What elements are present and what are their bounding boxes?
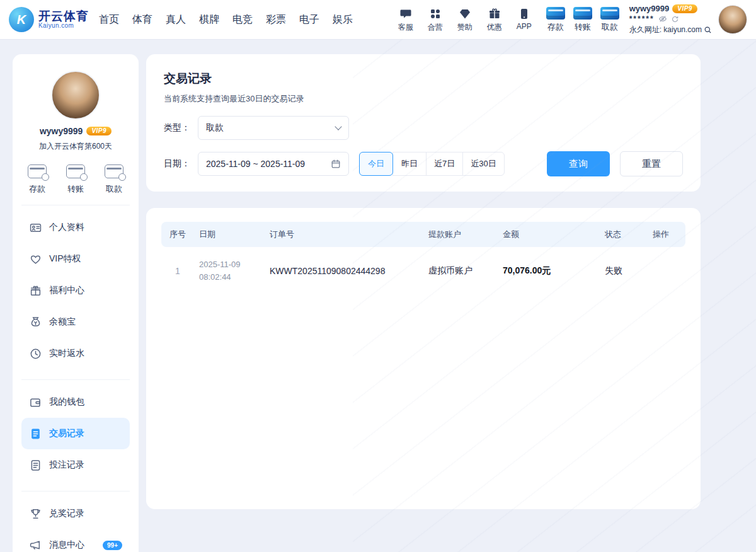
trophy-icon <box>29 507 42 520</box>
date-range-input[interactable]: 2025-11-09 ~ 2025-11-09 <box>198 152 349 176</box>
quick-withdraw-label: 取款 <box>106 183 122 195</box>
table-header-row: 序号 日期 订单号 提款账户 金额 状态 操作 <box>161 222 685 247</box>
main-nav: 首页 体育 真人 棋牌 电竞 彩票 电子 娱乐 <box>99 13 353 26</box>
money-bag-icon <box>29 316 42 328</box>
sidebar-item-label: 个人资料 <box>49 222 84 233</box>
nav-board-games[interactable]: 棋牌 <box>199 13 219 26</box>
unread-count-badge: 99+ <box>103 541 122 550</box>
deposit-card-icon <box>546 7 565 20</box>
megaphone-icon <box>29 539 42 551</box>
header-deposit-label: 存款 <box>547 21 564 33</box>
header-sponsor-label: 赞助 <box>457 22 472 33</box>
top-navbar: K 开云体育 Kaiyun.com 首页 体育 真人 棋牌 电竞 彩票 电子 娱… <box>0 0 756 39</box>
logo-icon: K <box>9 7 34 32</box>
phone-icon <box>517 7 531 21</box>
sidebar-item-label: 实时返水 <box>49 348 84 359</box>
cell-index: 1 <box>161 266 194 276</box>
joined-days: 加入开云体育第600天 <box>21 141 130 152</box>
type-select[interactable]: 取款 <box>198 116 349 140</box>
bet-records-icon <box>29 459 42 471</box>
header-wallet-group: 存款 转账 取款 <box>546 7 619 33</box>
sidebar-item-label: 消息中心 <box>49 539 84 551</box>
cell-account: 虚拟币账户 <box>423 265 498 277</box>
header-transfer-label: 转账 <box>575 21 591 33</box>
sidebar-item-wallet[interactable]: 我的钱包 <box>21 386 130 418</box>
sidebar-item-vip[interactable]: VIP特权 <box>21 243 130 275</box>
sidebar-item-label: 我的钱包 <box>49 396 84 408</box>
header-partner-label: 合营 <box>428 22 443 33</box>
eye-off-icon[interactable] <box>658 14 667 23</box>
header-app[interactable]: APP <box>513 7 535 33</box>
withdraw-outline-icon <box>105 164 123 178</box>
sidebar-item-bets[interactable]: 投注记录 <box>21 449 130 481</box>
sidebar-username: wywy9999 <box>40 126 83 136</box>
vip-badge: VIP9 <box>672 4 697 13</box>
cell-status: 失败 <box>600 265 648 277</box>
transactions-table-card: 序号 日期 订单号 提款账户 金额 状态 操作 1 2025-11-09 08:… <box>146 208 701 509</box>
header-promo[interactable]: 优惠 <box>484 7 505 33</box>
user-block: wywy9999 VIP9 ****** 永久网址: kaiyun.com <box>629 4 747 35</box>
nav-sports[interactable]: 体育 <box>132 13 152 26</box>
sidebar-item-prizes[interactable]: 兑奖记录 <box>21 498 130 529</box>
nav-home[interactable]: 首页 <box>99 13 119 26</box>
header-sponsor[interactable]: 赞助 <box>454 7 476 33</box>
nav-slots[interactable]: 电子 <box>299 13 319 26</box>
type-select-value: 取款 <box>206 122 224 134</box>
header-deposit[interactable]: 存款 <box>546 7 565 33</box>
chevron-down-icon <box>335 123 341 130</box>
header-partner[interactable]: 合营 <box>425 7 446 33</box>
sidebar-item-yuebao[interactable]: 余额宝 <box>21 306 130 338</box>
date-quick-ranges: 今日 昨日 近7日 近30日 <box>359 152 505 176</box>
reset-button[interactable]: 重置 <box>620 151 683 176</box>
sidebar-avatar[interactable] <box>51 71 100 120</box>
quick-withdraw[interactable]: 取款 <box>105 164 123 195</box>
type-label: 类型： <box>164 122 198 134</box>
divider <box>21 205 130 205</box>
table-row: 1 2025-11-09 08:02:44 KWWT20251109080244… <box>161 247 685 292</box>
heart-icon <box>29 253 42 265</box>
masked-balance: ****** <box>629 14 655 23</box>
sidebar-item-transactions[interactable]: 交易记录 <box>21 418 130 449</box>
nav-live-casino[interactable]: 真人 <box>166 13 186 26</box>
range-7days[interactable]: 近7日 <box>426 152 463 176</box>
header-icon-group: 客服 合营 赞助 优惠 APP <box>395 7 535 33</box>
header-promo-label: 优惠 <box>487 22 502 33</box>
range-today[interactable]: 今日 <box>359 152 393 176</box>
header-app-label: APP <box>517 22 532 31</box>
divider <box>21 491 130 492</box>
sidebar-vip-badge: VIP9 <box>86 127 112 135</box>
page-subtitle: 当前系统支持查询最近30日的交易记录 <box>164 93 683 105</box>
quick-deposit-label: 存款 <box>29 183 45 195</box>
sidebar-item-welfare[interactable]: 福利中心 <box>21 275 130 306</box>
wallet-icon <box>29 396 42 408</box>
logo[interactable]: K 开云体育 Kaiyun.com <box>9 7 89 32</box>
th-withdraw-account: 提款账户 <box>423 229 498 240</box>
divider <box>21 379 130 380</box>
search-button[interactable]: 查询 <box>547 151 610 176</box>
quick-transfer-label: 转账 <box>67 183 84 195</box>
cell-time: 08:02:44 <box>199 272 231 282</box>
nav-entertainment[interactable]: 娱乐 <box>333 13 353 26</box>
sidebar-item-label: 兑奖记录 <box>49 508 84 519</box>
partner-icon <box>428 7 442 21</box>
filter-card: 交易记录 当前系统支持查询最近30日的交易记录 类型： 取款 日期： 2025-… <box>146 54 701 192</box>
range-30days[interactable]: 近30日 <box>462 152 504 176</box>
sidebar-item-messages[interactable]: 消息中心 99+ <box>21 529 130 552</box>
brand-domain: Kaiyun.com <box>38 22 89 29</box>
sidebar-item-rebate[interactable]: 实时返水 <box>21 338 130 369</box>
quick-deposit[interactable]: 存款 <box>28 164 47 195</box>
header-transfer[interactable]: 转账 <box>573 7 592 33</box>
nav-esports[interactable]: 电竞 <box>232 13 253 26</box>
avatar[interactable] <box>718 5 747 34</box>
withdraw-card-icon <box>600 7 619 20</box>
sidebar-item-profile[interactable]: 个人资料 <box>21 212 130 243</box>
header-withdraw[interactable]: 取款 <box>600 7 619 33</box>
transfer-outline-icon <box>66 164 85 178</box>
magnifier-icon[interactable] <box>704 26 712 34</box>
header-support[interactable]: 客服 <box>395 7 416 33</box>
refresh-icon[interactable] <box>671 15 679 23</box>
range-yesterday[interactable]: 昨日 <box>392 152 427 176</box>
quick-transfer[interactable]: 转账 <box>66 164 85 195</box>
nav-lottery[interactable]: 彩票 <box>266 13 286 26</box>
sidebar-quick-actions: 存款 转账 取款 <box>28 164 123 195</box>
